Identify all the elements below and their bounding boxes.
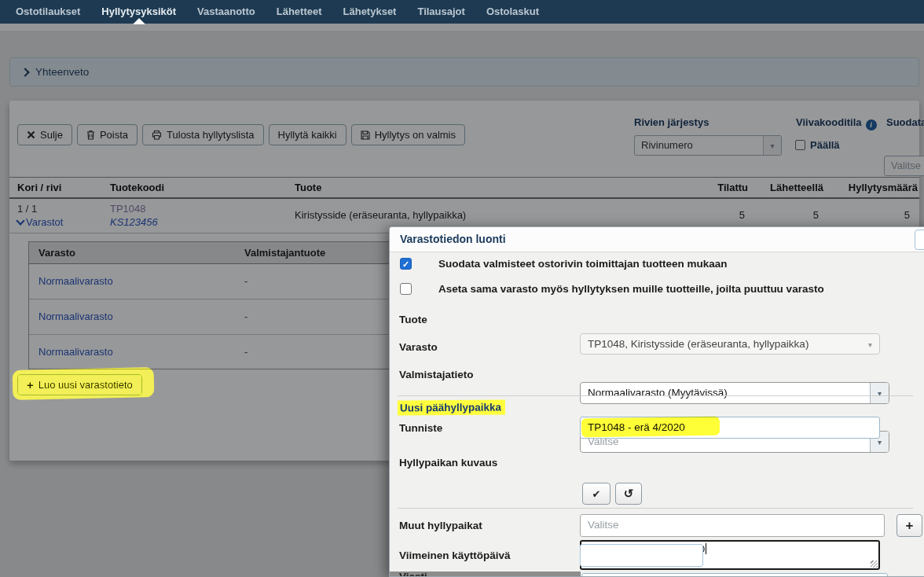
identifier-value: TP1048 - erä 4/2020	[581, 417, 879, 438]
same-warehouse-label: Aseta sama varasto myös hyllytyksen muil…	[438, 283, 824, 295]
filter-by-supplier-checkbox[interactable]: ✓	[400, 258, 412, 270]
plus-icon: +	[906, 518, 914, 534]
message-label: Viesti	[399, 571, 427, 577]
text-caret	[706, 543, 706, 554]
filter-by-supplier-label: Suodata valmisteet ostorivin toimittajan…	[438, 258, 728, 270]
expiry-date-label: Viimeinen käyttöpäivä	[399, 549, 511, 561]
new-shelf-location-heading: Uusi päähyllypaikka	[398, 400, 505, 416]
undo-icon: ↺	[624, 487, 634, 501]
modal-header: Varastotiedon luonti	[390, 227, 924, 252]
chevron-down-icon: ▾	[868, 334, 872, 355]
nav-item-ostotilaukset[interactable]: Ostotilaukset	[16, 0, 80, 24]
other-shelves-label: Muut hyllypaikat	[399, 520, 482, 531]
product-value: TP1048, Kiristysside (eräseuranta, hylly…	[581, 334, 879, 355]
warehouse-select[interactable]: Normaalivarasto (Myytävissä) ▾	[580, 382, 889, 404]
product-select[interactable]: TP1048, Kiristysside (eräseuranta, hylly…	[580, 333, 880, 355]
nav-item-hyllytysyksikot[interactable]: Hyllytysyksiköt	[101, 0, 176, 24]
check-icon: ✔	[592, 488, 601, 500]
other-shelves-placeholder: Valitse	[581, 515, 884, 535]
nav-item-lahetteet[interactable]: Lähetteet	[277, 0, 322, 24]
modal-title: Varastotiedon luonti	[390, 227, 924, 252]
nav-item-ostolaskut[interactable]: Ostolaskut	[486, 0, 539, 24]
message-input[interactable]	[581, 573, 888, 577]
other-shelves-select[interactable]: Valitse	[580, 514, 885, 537]
product-label: Tuote	[399, 314, 427, 325]
stock-info-creation-modal: Varastotiedon luonti ✓ Suodata valmistee…	[389, 226, 924, 577]
separator	[398, 508, 913, 509]
manufacturer-info-label: Valmistajatieto	[399, 369, 474, 380]
nav-item-vastaanotto[interactable]: Vastaanotto	[197, 0, 255, 24]
description-label: Hyllypaikan kuvaus	[399, 457, 497, 469]
top-navigation: Ostotilaukset Hyllytysyksiköt Vastaanott…	[0, 0, 924, 24]
confirm-button[interactable]: ✔	[582, 483, 610, 505]
nav-item-lahetykset[interactable]: Lähetykset	[343, 0, 397, 24]
nav-items: Ostotilaukset Hyllytysyksiköt Vastaanott…	[0, 0, 924, 24]
chevron-down-icon: ▾	[870, 383, 889, 403]
add-shelf-button[interactable]: +	[896, 514, 922, 537]
warehouse-value: Normaalivarasto (Myytävissä)	[581, 383, 889, 403]
expiry-date-input[interactable]	[580, 544, 703, 567]
identifier-input[interactable]: TP1048 - erä 4/2020	[580, 417, 880, 439]
resize-grip[interactable]	[871, 560, 878, 568]
modal-close-button[interactable]	[915, 230, 924, 250]
warehouse-label: Varasto	[399, 341, 438, 353]
identifier-label: Tunniste	[399, 422, 442, 434]
undo-button[interactable]: ↺	[615, 483, 642, 505]
same-warehouse-checkbox[interactable]	[400, 283, 412, 295]
nav-item-tilausajot[interactable]: Tilausajot	[417, 0, 464, 24]
separator	[398, 395, 913, 396]
